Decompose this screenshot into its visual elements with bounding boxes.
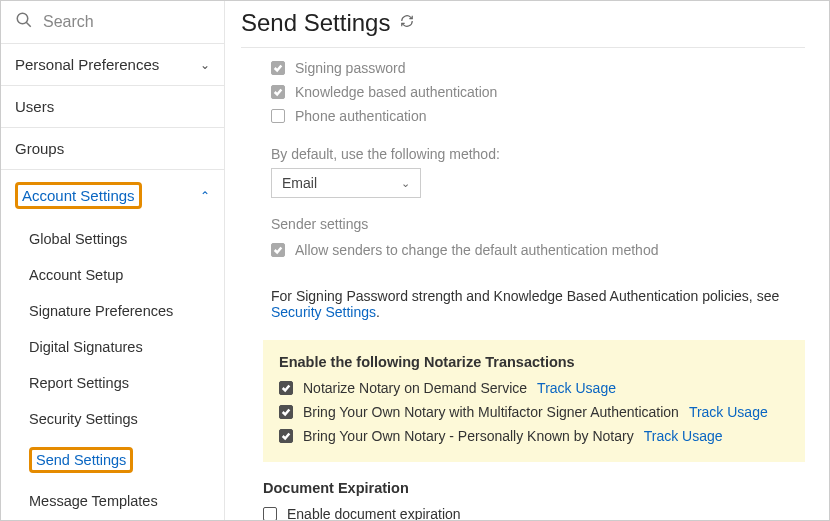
nav-personal-preferences[interactable]: Personal Preferences ⌄ bbox=[1, 44, 224, 85]
cb-kba[interactable]: Knowledge based authentication bbox=[271, 80, 805, 104]
cb-label: Allow senders to change the default auth… bbox=[295, 242, 658, 258]
notarize-heading: Enable the following Notarize Transactio… bbox=[279, 354, 789, 370]
cb-phone-auth[interactable]: Phone authentication bbox=[271, 104, 805, 128]
cb-label: Phone authentication bbox=[295, 108, 427, 124]
content-area: Signing password Knowledge based authent… bbox=[241, 48, 805, 520]
svg-line-1 bbox=[26, 22, 31, 27]
notarize-panel: Enable the following Notarize Transactio… bbox=[263, 340, 805, 462]
info-text: For Signing Password strength and Knowle… bbox=[271, 288, 779, 304]
cb-label: Bring Your Own Notary - Personally Known… bbox=[303, 428, 634, 444]
page-title: Send Settings bbox=[241, 9, 390, 37]
cb-byo-notary-known[interactable]: Bring Your Own Notary - Personally Known… bbox=[279, 424, 789, 448]
checkbox-checked-icon bbox=[271, 61, 285, 75]
select-value: Email bbox=[282, 175, 317, 191]
cb-label: Signing password bbox=[295, 60, 406, 76]
nav-users[interactable]: Users bbox=[1, 86, 224, 127]
search-input[interactable] bbox=[43, 13, 183, 31]
track-usage-link[interactable]: Track Usage bbox=[537, 380, 616, 396]
sub-signature-preferences[interactable]: Signature Preferences bbox=[1, 293, 224, 329]
chevron-down-icon: ⌄ bbox=[401, 177, 410, 190]
main-panel: Send Settings Signing password Knowledge… bbox=[225, 1, 829, 520]
security-settings-link[interactable]: Security Settings bbox=[271, 304, 376, 320]
sub-label: Send Settings bbox=[29, 447, 133, 473]
cb-allow-sender-change[interactable]: Allow senders to change the default auth… bbox=[271, 238, 805, 262]
sub-send-settings[interactable]: Send Settings bbox=[1, 437, 224, 483]
checkbox-unchecked-icon bbox=[271, 109, 285, 123]
cb-notarize-on-demand[interactable]: Notarize Notary on Demand Service Track … bbox=[279, 376, 789, 400]
sub-message-templates[interactable]: Message Templates bbox=[1, 483, 224, 519]
checkbox-unchecked-icon bbox=[263, 507, 277, 520]
cb-label: Bring Your Own Notary with Multifactor S… bbox=[303, 404, 679, 420]
chevron-down-icon: ⌄ bbox=[200, 58, 210, 72]
sub-global-settings[interactable]: Global Settings bbox=[1, 221, 224, 257]
cb-label: Enable document expiration bbox=[287, 506, 461, 520]
cb-enable-expiration[interactable]: Enable document expiration bbox=[263, 502, 805, 520]
cb-label: Knowledge based authentication bbox=[295, 84, 497, 100]
track-usage-link[interactable]: Track Usage bbox=[644, 428, 723, 444]
checkbox-checked-icon bbox=[279, 381, 293, 395]
search-icon bbox=[15, 11, 33, 33]
cb-byo-notary-mfa[interactable]: Bring Your Own Notary with Multifactor S… bbox=[279, 400, 789, 424]
default-method-select[interactable]: Email ⌄ bbox=[271, 168, 421, 198]
checkbox-checked-icon bbox=[279, 405, 293, 419]
svg-point-0 bbox=[17, 13, 28, 24]
refresh-icon[interactable] bbox=[400, 14, 414, 32]
cb-label: Notarize Notary on Demand Service bbox=[303, 380, 527, 396]
sub-report-settings[interactable]: Report Settings bbox=[1, 365, 224, 401]
checkbox-checked-icon bbox=[271, 85, 285, 99]
checkbox-checked-icon bbox=[279, 429, 293, 443]
nav-groups[interactable]: Groups bbox=[1, 128, 224, 169]
info-line: For Signing Password strength and Knowle… bbox=[271, 288, 805, 320]
sender-settings-label: Sender settings bbox=[271, 216, 805, 232]
default-method-label: By default, use the following method: bbox=[271, 146, 805, 162]
track-usage-link[interactable]: Track Usage bbox=[689, 404, 768, 420]
sidebar: Personal Preferences ⌄ Users Groups Acco… bbox=[1, 1, 225, 520]
search-row bbox=[1, 1, 224, 44]
page-header: Send Settings bbox=[241, 9, 805, 48]
nav-label: Groups bbox=[15, 140, 64, 157]
nav-label: Personal Preferences bbox=[15, 56, 159, 73]
expiration-heading: Document Expiration bbox=[263, 480, 805, 496]
chevron-up-icon: ⌃ bbox=[200, 189, 210, 203]
nav-account-settings[interactable]: Account Settings ⌃ bbox=[1, 170, 224, 221]
nav-label: Users bbox=[15, 98, 54, 115]
cb-signing-password[interactable]: Signing password bbox=[271, 56, 805, 80]
sub-security-settings[interactable]: Security Settings bbox=[1, 401, 224, 437]
sub-account-setup[interactable]: Account Setup bbox=[1, 257, 224, 293]
info-suffix: . bbox=[376, 304, 380, 320]
checkbox-checked-icon bbox=[271, 243, 285, 257]
sub-digital-signatures[interactable]: Digital Signatures bbox=[1, 329, 224, 365]
nav-label: Account Settings bbox=[15, 182, 142, 209]
